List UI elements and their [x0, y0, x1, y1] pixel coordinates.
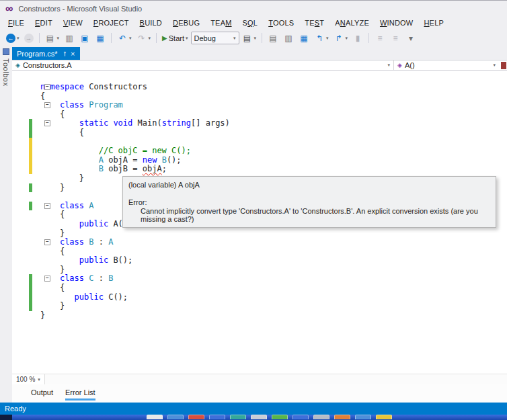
- horizontal-scrollbar[interactable]: [45, 374, 507, 384]
- taskbar-app-icon[interactable]: [147, 415, 163, 419]
- code-line[interactable]: public C();: [12, 293, 507, 302]
- new-project-button[interactable]: ▤▾: [43, 32, 62, 45]
- taskbar-app-icon[interactable]: [272, 415, 288, 419]
- navigate-forward-button[interactable]: →: [22, 32, 36, 44]
- taskbar-app-icon[interactable]: [188, 415, 204, 419]
- taskbar-app-icon[interactable]: [355, 415, 371, 419]
- taskbar-app-icon[interactable]: [313, 415, 329, 419]
- code-line[interactable]: }: [12, 265, 507, 275]
- code-line[interactable]: }: [12, 302, 507, 311]
- taskbar-app-icon[interactable]: [376, 415, 392, 419]
- code-line[interactable]: {: [12, 110, 507, 120]
- code-text: public B();: [12, 256, 132, 265]
- code-line[interactable]: {: [12, 284, 507, 293]
- navigation-bar: ◈ Constructors.A ▾ ◈ A() ▾: [12, 60, 507, 71]
- taskbar-app-icon[interactable]: [230, 415, 246, 419]
- taskbar-app-icon[interactable]: [167, 415, 184, 419]
- bookmark-icon: ▮: [352, 33, 363, 44]
- tab-program-cs[interactable]: Program.cs* ⊸ ×: [12, 47, 80, 60]
- menu-file[interactable]: FILE: [3, 16, 30, 30]
- scrollbar-error-marker: [501, 62, 506, 69]
- toolbox-tab[interactable]: Toolbox: [2, 58, 10, 86]
- windows-taskbar[interactable]: [0, 415, 507, 420]
- dropdown-caret-icon: ▾: [57, 36, 60, 41]
- menu-project[interactable]: PROJECT: [88, 16, 134, 30]
- menu-help[interactable]: HELP: [418, 16, 449, 30]
- code-line[interactable]: //C objC = new C();: [12, 146, 507, 156]
- taskbar-app-icon[interactable]: [251, 415, 267, 419]
- solution-explorer-button[interactable]: ▤: [266, 32, 280, 45]
- step-over-button[interactable]: ↱▾: [332, 32, 350, 45]
- solution-explorer-icon: ▤: [268, 33, 278, 44]
- code-text: {: [12, 210, 65, 220]
- code-line[interactable]: }: [12, 229, 507, 239]
- outline-button[interactable]: ≡: [373, 32, 387, 45]
- fold-collapse-icon[interactable]: −: [44, 239, 50, 245]
- solution-configurations-combo[interactable]: Debug▾: [191, 32, 239, 44]
- zoom-dropdown[interactable]: 100 % ▾: [12, 374, 44, 384]
- start-play-icon: ▶: [162, 34, 167, 42]
- tab-output[interactable]: Output: [31, 388, 53, 398]
- save-button[interactable]: ▣: [77, 32, 92, 45]
- menu-debug[interactable]: DEBUG: [167, 16, 205, 30]
- fold-collapse-icon[interactable]: −: [44, 120, 50, 126]
- toolbox-window-button[interactable]: ▦: [297, 32, 311, 45]
- undo-button[interactable]: ↶▾: [115, 32, 134, 45]
- code-line[interactable]: }: [12, 311, 507, 321]
- code-line[interactable]: [12, 138, 507, 147]
- change-tracking-indicator: [29, 284, 32, 293]
- taskbar-app-icon[interactable]: [292, 415, 309, 419]
- tab-error-list[interactable]: Error List: [65, 388, 95, 401]
- code-text: class B : A: [12, 238, 113, 247]
- save-all-button[interactable]: ▦: [93, 32, 108, 45]
- step-into-button[interactable]: ↰▾: [312, 32, 331, 45]
- open-file-button[interactable]: ▥: [62, 32, 77, 45]
- navigate-forward-icon: →: [24, 34, 34, 43]
- menu-analyze[interactable]: ANALYZE: [329, 16, 375, 30]
- member-dropdown[interactable]: ◈ A() ▾: [394, 60, 507, 70]
- fold-collapse-icon[interactable]: −: [44, 84, 50, 90]
- code-line[interactable]: {: [12, 247, 507, 257]
- code-line[interactable]: public B();: [12, 256, 507, 265]
- redo-button[interactable]: ↷▾: [134, 32, 153, 45]
- fold-collapse-icon[interactable]: −: [44, 276, 50, 282]
- code-line[interactable]: − static void Main(string[] args): [12, 119, 507, 128]
- code-line[interactable]: − class C : B: [12, 274, 507, 284]
- toolbar: ←▾→▤▾▥▣▦↶▾↷▾▶Start▾Debug▾▤▾▤▥▦↰▾↱▾▮≡≡▾: [0, 30, 507, 46]
- fold-collapse-icon[interactable]: −: [44, 102, 50, 108]
- menu-test[interactable]: TEST: [299, 16, 329, 30]
- close-icon[interactable]: ×: [71, 50, 75, 58]
- code-text: //C objC = new C();: [12, 146, 191, 156]
- find-in-files-button[interactable]: ▤▾: [240, 32, 259, 45]
- taskbar-start-area[interactable]: [0, 415, 12, 420]
- menu-edit[interactable]: EDIT: [30, 16, 58, 30]
- fold-collapse-icon[interactable]: −: [44, 203, 50, 209]
- code-line[interactable]: − class B : A: [12, 238, 507, 247]
- code-line[interactable]: {: [12, 128, 507, 138]
- menu-sql[interactable]: SQL: [237, 16, 264, 30]
- properties-window-button[interactable]: ▥: [281, 32, 296, 45]
- code-line[interactable]: − class Program: [12, 101, 507, 110]
- code-line[interactable]: {: [12, 92, 507, 101]
- menu-view[interactable]: VIEW: [58, 16, 88, 30]
- chevron-down-icon: ▾: [387, 62, 390, 68]
- start-debug-button[interactable]: ▶Start▾: [160, 33, 190, 44]
- code-editor[interactable]: −namespace Constructors{− class Program …: [12, 71, 507, 374]
- menu-window[interactable]: WINDOW: [375, 16, 418, 30]
- type-dropdown[interactable]: ◈ Constructors.A ▾: [12, 60, 394, 70]
- code-line[interactable]: B objB = objA;: [12, 165, 507, 174]
- menu-team[interactable]: TEAM: [205, 16, 237, 30]
- taskbar-app-icon[interactable]: [209, 415, 225, 419]
- change-tracking-indicator: [29, 146, 32, 156]
- pin-icon[interactable]: ⊸: [61, 51, 67, 56]
- toolbar-separator: [156, 33, 157, 43]
- bookmark-button[interactable]: ▮: [350, 32, 365, 45]
- comment-button[interactable]: ≡: [388, 32, 403, 45]
- code-line[interactable]: A objA = new B();: [12, 156, 507, 165]
- toolbar-overflow-button[interactable]: ▾: [403, 32, 418, 45]
- navigate-backward-button[interactable]: ←▾: [4, 32, 22, 44]
- menu-build[interactable]: BUILD: [134, 16, 167, 30]
- menu-tools[interactable]: TOOLS: [263, 16, 299, 30]
- taskbar-app-icon[interactable]: [334, 415, 350, 419]
- code-line[interactable]: −namespace Constructors: [12, 83, 507, 92]
